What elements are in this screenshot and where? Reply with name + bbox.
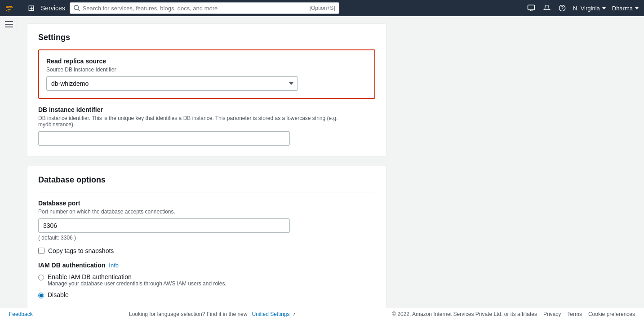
iam-disable-radio[interactable]	[38, 293, 44, 298]
nav-search-bar: [Option+S]	[70, 2, 339, 14]
iam-enable-desc: Manage your database user credentials th…	[48, 280, 227, 287]
footer-right: © 2022, Amazon Internet Services Private…	[392, 311, 635, 317]
external-link-icon: ↗	[292, 312, 296, 317]
privacy-link[interactable]: Privacy	[543, 311, 561, 317]
read-replica-section: Read replica source Source DB instance I…	[38, 49, 375, 99]
terms-link[interactable]: Terms	[567, 311, 582, 317]
main-content: Settings Read replica source Source DB i…	[0, 16, 644, 320]
footer: Feedback Looking for language selection?…	[0, 308, 644, 320]
svg-text:aws: aws	[6, 4, 13, 9]
nav-services-label[interactable]: Services	[41, 4, 65, 12]
database-port-desc: Port number on which the database accept…	[38, 209, 375, 215]
database-port-label: Database port	[38, 200, 375, 207]
search-input[interactable]	[83, 5, 307, 12]
footer-language-text: Looking for language selection? Find it …	[129, 311, 248, 317]
database-port-hint: ( default: 3306 )	[38, 235, 375, 241]
iam-auth-title: IAM DB authentication	[38, 262, 105, 269]
db-identifier-label: DB instance identifier	[38, 106, 375, 113]
iam-enable-content: Enable IAM DB authentication Manage your…	[48, 273, 227, 287]
bell-icon[interactable]	[542, 4, 551, 13]
iam-enable-row: Enable IAM DB authentication Manage your…	[38, 273, 375, 287]
iam-title-row: IAM DB authentication Info	[38, 262, 375, 269]
user-menu[interactable]: Dharma	[612, 5, 639, 12]
iam-disable-row: Disable	[38, 291, 375, 298]
iam-auth-info-link[interactable]: Info	[109, 262, 119, 269]
search-shortcut: [Option+S]	[310, 5, 335, 11]
region-selector[interactable]: N. Virginia	[573, 5, 606, 12]
read-replica-select[interactable]: db-whizdemo	[46, 76, 298, 91]
region-chevron	[602, 7, 606, 9]
svg-rect-1	[528, 5, 535, 10]
read-replica-desc: Source DB instance Identifier	[46, 67, 367, 73]
iam-disable-content: Disable	[48, 291, 69, 298]
nav-right: N. Virginia Dharma	[526, 3, 639, 13]
search-icon	[74, 5, 80, 11]
db-identifier-desc: DB instance identifier. This is the uniq…	[38, 115, 375, 128]
user-name: Dharma	[612, 5, 633, 12]
settings-title: Settings	[38, 33, 375, 42]
aws-logo[interactable]: aws	[5, 3, 22, 13]
copy-tags-label[interactable]: Copy tags to snapshots	[48, 247, 114, 254]
iam-disable-label: Disable	[48, 291, 69, 298]
grid-icon[interactable]: ⊞	[26, 1, 36, 15]
region-label: N. Virginia	[573, 5, 600, 12]
database-port-section: Database port Port number on which the d…	[38, 200, 375, 241]
footer-center: Looking for language selection? Find it …	[40, 311, 385, 317]
read-replica-select-wrapper: db-whizdemo	[46, 76, 298, 91]
database-options-card: Database options Database port Port numb…	[27, 166, 386, 314]
copy-tags-row: Copy tags to snapshots	[38, 247, 375, 254]
database-port-input[interactable]	[38, 218, 290, 233]
user-chevron	[635, 7, 639, 9]
iam-enable-label: Enable IAM DB authentication	[48, 273, 227, 280]
settings-card: Settings Read replica source Source DB i…	[27, 23, 386, 157]
database-options-title: Database options	[38, 175, 375, 185]
iam-auth-section: IAM DB authentication Info Enable IAM DB…	[38, 262, 375, 298]
db-identifier-input[interactable]	[38, 131, 290, 146]
unified-settings-link[interactable]: Unified Settings	[252, 311, 289, 317]
copy-tags-checkbox[interactable]	[38, 248, 44, 254]
sidebar-toggle[interactable]	[0, 16, 18, 32]
db-instance-section: DB instance identifier DB instance ident…	[38, 106, 375, 146]
iam-enable-radio[interactable]	[38, 275, 44, 280]
top-nav: aws ⊞ Services [Option+S]	[0, 0, 644, 16]
feedback-link[interactable]: Feedback	[9, 311, 33, 317]
footer-copyright: © 2022, Amazon Internet Services Private…	[392, 311, 537, 317]
cookie-preferences-link[interactable]: Cookie preferences	[588, 311, 635, 317]
read-replica-label: Read replica source	[46, 58, 367, 65]
help-icon[interactable]	[558, 4, 567, 13]
cloud-icon[interactable]	[526, 3, 536, 13]
hamburger-icon	[5, 21, 13, 27]
